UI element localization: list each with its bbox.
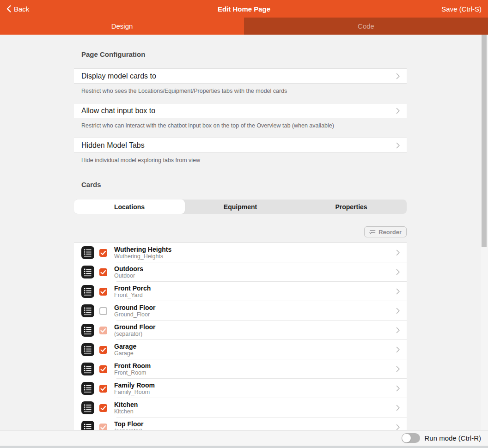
- card-subtitle: Front_Room: [114, 369, 396, 376]
- config-item-description: Restrict who can interact with the chatb…: [81, 122, 399, 129]
- reorder-button[interactable]: Reorder: [364, 226, 407, 237]
- bottom-bar: Run mode (Ctrl-R): [0, 430, 488, 446]
- card-subtitle: (separator): [114, 331, 396, 338]
- card-title: Top Floor: [114, 420, 396, 428]
- chevron-right-icon: [396, 288, 400, 295]
- chevron-right-icon: [396, 142, 400, 149]
- chevron-right-icon: [396, 269, 400, 275]
- card-checkbox[interactable]: [99, 404, 107, 412]
- chevron-right-icon: [396, 405, 400, 411]
- page-content: Page Configuration Display model cards t…: [0, 35, 488, 430]
- toggle-knob: [402, 434, 411, 442]
- chevron-left-icon: [6, 5, 11, 12]
- config-item-label: Display model cards to: [81, 72, 396, 80]
- card-row-top-floor-separator[interactable]: Top Floor (separator): [74, 418, 407, 430]
- tab-design[interactable]: Design: [0, 18, 244, 35]
- drag-handle-icon[interactable]: [81, 246, 94, 259]
- segment-equipment[interactable]: Equipment: [185, 200, 296, 214]
- config-item-display-model-cards[interactable]: Display model cards to: [74, 69, 407, 83]
- card-checkbox[interactable]: [99, 288, 107, 296]
- config-item-description: Hide individual model exploring tabs fro…: [81, 157, 399, 164]
- config-list-allow-chat-input: Allow chat input box to: [74, 103, 407, 118]
- segment-locations[interactable]: Locations: [74, 200, 185, 214]
- chevron-right-icon: [396, 346, 400, 353]
- card-title: Kitchen: [114, 401, 396, 408]
- check-icon: [99, 288, 107, 296]
- card-checkbox[interactable]: [99, 268, 107, 276]
- drag-handle-icon[interactable]: [81, 421, 94, 430]
- card-checkbox[interactable]: [99, 307, 107, 315]
- card-title: Ground Floor: [114, 323, 396, 331]
- config-list-hidden-model-tabs: Hidden Model Tabs: [74, 138, 407, 153]
- config-item-label: Allow chat input box to: [81, 107, 396, 115]
- card-row-outdoors[interactable]: Outdoors Outdoor: [74, 262, 407, 282]
- card-subtitle: Front_Yard: [114, 292, 396, 299]
- card-title: Family Room: [114, 381, 396, 389]
- drag-handle-icon[interactable]: [81, 343, 94, 356]
- card-checkbox[interactable]: [99, 346, 107, 354]
- card-title: Front Room: [114, 362, 396, 369]
- save-button[interactable]: Save (Ctrl-S): [441, 5, 482, 13]
- check-icon: [99, 327, 107, 334]
- card-checkbox[interactable]: [99, 249, 107, 257]
- config-item-hidden-model-tabs[interactable]: Hidden Model Tabs: [74, 138, 407, 152]
- check-icon: [99, 249, 107, 257]
- config-item-description: Restrict who sees the Locations/Equipmen…: [81, 87, 399, 95]
- card-subtitle: Ground_Floor: [114, 311, 396, 318]
- scrollbar-thumb[interactable]: [482, 35, 487, 247]
- card-checkbox-disabled: [99, 327, 107, 334]
- card-checkbox-disabled: [99, 424, 107, 430]
- chevron-right-icon: [396, 73, 400, 79]
- edit-home-page-window: Back Edit Home Page Save (Ctrl-S) Design…: [0, 0, 488, 448]
- drag-handle-icon[interactable]: [81, 285, 94, 298]
- card-title: Front Porch: [114, 285, 396, 292]
- check-icon: [99, 385, 107, 393]
- segment-properties[interactable]: Properties: [296, 200, 407, 214]
- config-item-allow-chat-input[interactable]: Allow chat input box to: [74, 103, 407, 118]
- location-cards-list: Wuthering Heights Wuthering_Heights Outd…: [74, 242, 407, 430]
- chevron-right-icon: [396, 366, 400, 372]
- back-label: Back: [14, 5, 29, 13]
- card-row-kitchen[interactable]: Kitchen Kitchen: [74, 398, 407, 418]
- run-mode-toggle[interactable]: [402, 433, 420, 443]
- card-row-ground-floor-separator[interactable]: Ground Floor (separator): [74, 321, 407, 340]
- card-title: Outdoors: [114, 265, 396, 272]
- card-checkbox[interactable]: [99, 365, 107, 373]
- check-icon: [99, 404, 107, 412]
- card-subtitle: Wuthering_Heights: [114, 253, 396, 260]
- check-icon: [99, 365, 107, 373]
- check-icon: [99, 268, 107, 276]
- check-icon: [99, 424, 107, 430]
- card-row-wuthering-heights[interactable]: Wuthering Heights Wuthering_Heights: [74, 243, 407, 262]
- chevron-right-icon: [396, 108, 400, 114]
- header: Back Edit Home Page Save (Ctrl-S): [0, 0, 488, 18]
- card-row-family-room[interactable]: Family Room Family_Room: [74, 379, 407, 398]
- chevron-right-icon: [396, 249, 400, 256]
- card-subtitle: Kitchen: [114, 408, 396, 415]
- config-item-label: Hidden Model Tabs: [81, 141, 396, 150]
- reorder-icon: [369, 229, 376, 235]
- chevron-right-icon: [396, 327, 400, 333]
- drag-handle-icon[interactable]: [81, 266, 94, 278]
- tab-code[interactable]: Code: [244, 18, 488, 35]
- card-row-front-room[interactable]: Front Room Front_Room: [74, 359, 407, 379]
- scrollbar-track[interactable]: [481, 35, 488, 430]
- drag-handle-icon[interactable]: [81, 324, 94, 337]
- window-bottom-edge: [0, 446, 488, 448]
- card-checkbox[interactable]: [99, 385, 107, 393]
- card-title: Ground Floor: [114, 304, 396, 311]
- drag-handle-icon[interactable]: [81, 304, 94, 317]
- chevron-right-icon: [396, 385, 400, 392]
- card-row-garage[interactable]: Garage Garage: [74, 340, 407, 359]
- card-row-ground-floor[interactable]: Ground Floor Ground_Floor: [74, 301, 407, 321]
- back-button[interactable]: Back: [6, 5, 29, 13]
- drag-handle-icon[interactable]: [81, 382, 94, 395]
- drag-handle-icon[interactable]: [81, 401, 94, 414]
- page-title: Edit Home Page: [0, 5, 488, 13]
- drag-handle-icon[interactable]: [81, 363, 94, 375]
- tab-bar: Design Code: [0, 18, 488, 35]
- check-icon: [99, 346, 107, 354]
- card-subtitle: Outdoor: [114, 272, 396, 279]
- card-row-front-porch[interactable]: Front Porch Front_Yard: [74, 282, 407, 301]
- cards-segmented-control: Locations Equipment Properties: [74, 200, 407, 214]
